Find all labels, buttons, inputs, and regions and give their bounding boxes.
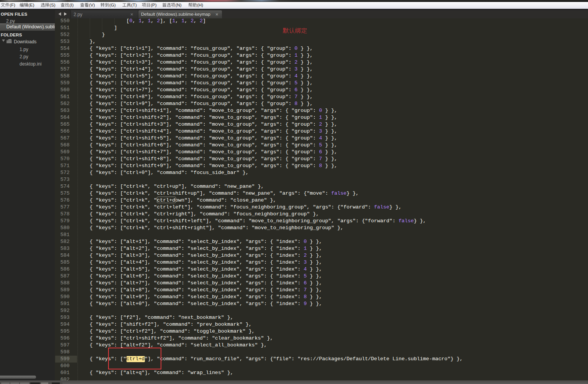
svg-text:(I): (I) [69, 3, 74, 7]
svg-text:(S): (S) [49, 3, 55, 7]
svg-text:(P): (P) [151, 3, 156, 7]
svg-text:(V): (V) [89, 3, 95, 7]
svg-text:(E): (E) [28, 3, 34, 7]
svg-text:(N): (N) [176, 3, 182, 7]
svg-text:(G): (G) [109, 3, 116, 7]
svg-text:(F): (F) [10, 3, 15, 7]
svg-text:(H): (H) [197, 3, 203, 7]
svg-text:(T): (T) [131, 3, 137, 7]
